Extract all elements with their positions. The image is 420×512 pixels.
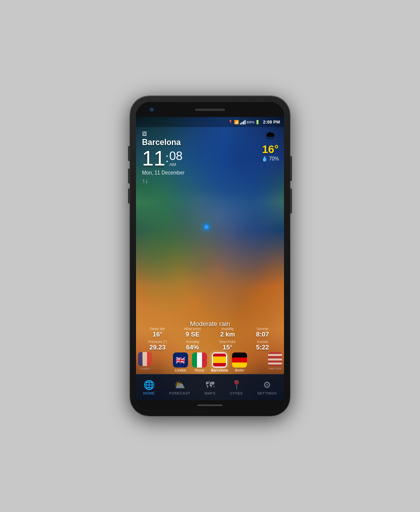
- flag-de: [232, 352, 247, 368]
- forecast-icon: ⛅: [174, 380, 185, 390]
- location-status-icon: 📍: [228, 120, 233, 124]
- detail-visibility: Visibility 2 km: [210, 327, 245, 338]
- detail-humidity: Humidity 64%: [175, 340, 210, 351]
- temperature-widget: 🌧 16° 💧 70%: [262, 129, 279, 162]
- city-flags-row: 🇬🇧 London Rome Barcelona Berlin: [136, 350, 284, 374]
- date-display: Mon, 11 December: [142, 170, 278, 176]
- phone-bezel-bottom: [136, 400, 284, 410]
- speaker-grille: [195, 108, 225, 111]
- time-minutes: 08: [169, 150, 182, 162]
- detail-label-visibility: Visibility: [221, 327, 234, 330]
- detail-label-sunset: Sunset: [257, 340, 268, 344]
- battery-percentage: 89%: [246, 120, 254, 124]
- nav-label-settings: SETTINGS: [258, 392, 277, 395]
- screen-content: 📍 📶 89% 🔋 2:08 PM: [136, 117, 284, 400]
- phone-bezel-top: [136, 102, 284, 117]
- nav-item-cities[interactable]: 📍 CITIES: [226, 378, 247, 397]
- home-bar: [198, 404, 222, 406]
- city-label-berlin: Berlin: [235, 368, 244, 372]
- detail-value-dew-point: 15°: [222, 344, 232, 351]
- cities-icon: 📍: [231, 380, 242, 390]
- signal-bars: [240, 120, 246, 124]
- status-bar: 📍 📶 89% 🔋 2:08 PM: [136, 117, 284, 127]
- detail-feels-like: Feels like 16°: [140, 327, 175, 338]
- battery-indicator: 89% 🔋: [246, 120, 260, 124]
- detail-sunrise: Sunrise 8:07: [245, 327, 280, 338]
- time-display: 11 : 08 AM: [142, 148, 278, 169]
- humidity-value: 💧 70%: [262, 156, 279, 162]
- city-label-london: London: [174, 368, 186, 372]
- detail-label-pressure: Pressure (°): [148, 340, 166, 344]
- detail-label-wind: Wind (m/s): [184, 327, 201, 330]
- detail-value-humidity: 64%: [186, 344, 199, 351]
- flag-gb: 🇬🇧: [173, 352, 188, 368]
- time-minutes-ampm: 08 AM: [169, 150, 182, 167]
- city-item-berlin[interactable]: Berlin: [232, 352, 247, 372]
- city-label-barcelona: Barcelona: [211, 368, 228, 372]
- detail-label-sunrise: Sunrise: [256, 327, 268, 330]
- phone-screen: 📍 📶 89% 🔋 2:08 PM: [136, 102, 284, 410]
- detail-value-wind: 9 SE: [186, 330, 200, 338]
- nav-label-forecast: FORECAST: [169, 392, 190, 395]
- settings-icon: ⚙: [263, 380, 271, 390]
- flag-it: [192, 352, 207, 368]
- maps-icon: 🗺: [206, 380, 214, 390]
- detail-sunset: Sunset 5:22: [245, 340, 280, 351]
- city-name: Barcelona: [142, 138, 278, 147]
- wifi-icon: 📶: [234, 120, 239, 124]
- detail-label-feels-like: Feels like: [150, 327, 165, 330]
- detail-value-feels-like: 16°: [152, 330, 162, 338]
- time-separator: :: [166, 151, 169, 165]
- city-item-rome[interactable]: Rome: [192, 352, 207, 372]
- front-camera: [150, 108, 154, 112]
- detail-value-sunrise: 8:07: [256, 330, 269, 338]
- weather-details-grid: Feels like 16° Wind (m/s) 9 SE Visibilit…: [136, 327, 284, 351]
- detail-label-dew-point: Dew Point: [220, 340, 236, 344]
- detail-value-visibility: 2 km: [220, 330, 235, 338]
- detail-pressure: Pressure (°) 29.23: [140, 340, 175, 351]
- home-icon: 🌐: [144, 380, 154, 390]
- status-icons: 📍 📶 89% 🔋 2:08 PM: [228, 120, 280, 124]
- nav-item-forecast[interactable]: ⛅ FORECAST: [165, 378, 194, 397]
- phone-device: 📍 📶 89% 🔋 2:08 PM: [130, 96, 290, 416]
- flag-es: [212, 352, 227, 368]
- detail-wind: Wind (m/s) 9 SE: [175, 327, 210, 338]
- nav-label-maps: MAPS: [204, 392, 216, 395]
- city-item-barcelona[interactable]: Barcelona: [211, 352, 228, 372]
- bottom-navigation: 🌐 HOME ⛅ FORECAST 🗺 MAPS 📍 CITIES ⚙: [136, 374, 284, 400]
- condition-label: Moderate rain: [136, 320, 284, 328]
- city-item-london[interactable]: 🇬🇧 London: [173, 352, 188, 372]
- nav-label-cities: CITIES: [230, 392, 243, 395]
- nav-item-settings[interactable]: ⚙ SETTINGS: [254, 378, 281, 397]
- detail-value-sunset: 5:22: [256, 344, 269, 351]
- city-label-rome: Rome: [195, 368, 204, 372]
- nav-item-home[interactable]: 🌐 HOME: [139, 378, 158, 397]
- time-hour: 11: [142, 148, 166, 169]
- time-ampm: AM: [169, 162, 182, 167]
- detail-label-humidity: Humidity: [186, 340, 199, 344]
- nav-item-maps[interactable]: 🗺 MAPS: [200, 378, 220, 397]
- temperature-value: 16°: [262, 143, 278, 156]
- weather-condition-icon: 🌧: [265, 129, 276, 142]
- gallery-icon: 🖼: [142, 131, 278, 136]
- detail-dew-point: Dew Point 15°: [210, 340, 245, 351]
- nav-label-home: HOME: [143, 392, 154, 395]
- status-time: 2:08 PM: [263, 120, 280, 124]
- share-icon: ↑↓: [142, 178, 278, 184]
- detail-value-pressure: 29.23: [150, 344, 166, 351]
